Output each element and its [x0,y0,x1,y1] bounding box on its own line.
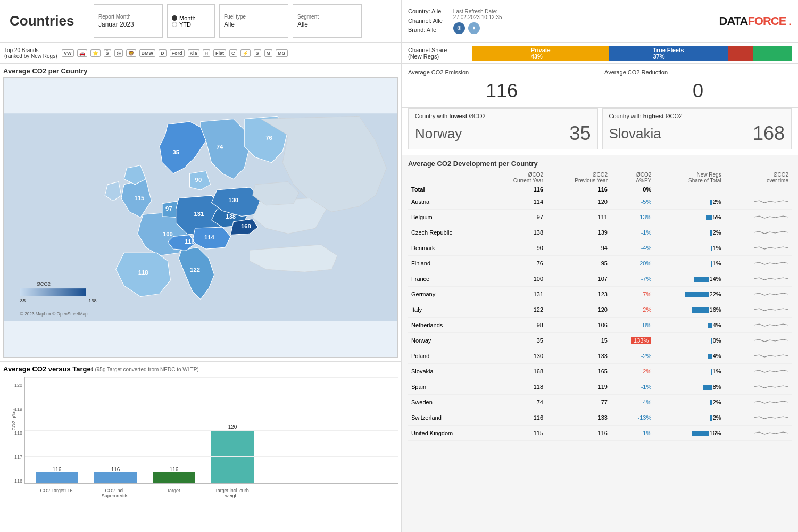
ytd-radio-button[interactable] [172,22,177,27]
total-spark [725,185,792,194]
row-current: 116 [487,410,546,426]
row-current: 100 [487,271,546,287]
row-current: 122 [487,302,546,318]
table-row: Slovakia 168 165 2% 1% [408,364,792,379]
y-axis-label: CO2 g/km [11,409,16,431]
row-previous: 120 [546,302,611,318]
svg-text:97: 97 [165,205,172,212]
row-spark [725,194,792,210]
period-selector[interactable]: Month YTD [167,4,215,38]
ytd-radio[interactable]: YTD [172,21,210,28]
brand-mazda: M [264,49,273,57]
row-share: 0% [654,333,724,348]
row-delta: -1% [611,225,654,240]
row-name: France [408,271,487,287]
row-spark [725,302,792,318]
row-delta: -7% [611,271,654,287]
row-share: 4% [654,348,724,364]
brand-filter: Brand: Alle [408,26,443,35]
bar-target: 116 [153,467,195,483]
fuel-type-filter[interactable]: Fuel type Alle [219,4,288,38]
sparkline-3 [754,242,788,253]
row-delta: 7% [611,287,654,302]
country-boxes: Country with lowest ØCO2 Norway 35 Count… [402,108,798,155]
table-row: Sweden 74 77 -4% 2% [408,395,792,410]
svg-text:35: 35 [172,149,179,155]
row-current: 131 [487,287,546,302]
table-body: Total 116 116 0% Austria 114 120 -5% 2% … [408,185,792,441]
row-spark [725,256,792,271]
svg-text:114: 114 [204,234,215,240]
month-radio-button[interactable] [172,15,177,21]
table-row: Poland 130 133 -2% 4% [408,348,792,364]
month-label: Month [179,15,196,21]
row-share: 5% [654,210,724,225]
row-name: Norway [408,333,487,348]
row-spark [725,395,792,410]
highest-country-value: Slovakia 168 [609,122,785,145]
row-previous: 116 [546,426,611,441]
row-spark [725,364,792,379]
chart-section: Average CO2 versus Target (95g Target co… [0,362,401,532]
month-radio[interactable]: Month [172,15,210,21]
table-row: Germany 131 123 7% 22% [408,287,792,302]
true-fleets-bar: True Fleets 37% [609,46,727,61]
sparkline-9 [754,334,788,346]
brand-seat: S [254,49,261,57]
row-previous: 77 [546,395,611,410]
row-previous: 120 [546,194,611,210]
bar-target-curb-fill [211,430,254,483]
sparkline-13 [754,396,788,408]
bar-supercredits-fill [94,472,137,483]
row-spark [725,225,792,240]
segment-filter[interactable]: Segment Alle [293,4,362,38]
sparkline-11 [754,365,788,377]
report-month-filter[interactable]: Report Month Januar 2023 [94,4,163,38]
bar-target-fill [153,472,195,483]
brand-vw: VW [62,49,74,57]
sparkline-7 [754,303,788,315]
fuel-type-value: Alle [224,21,284,28]
row-current: 168 [487,364,546,379]
data-table: ØCO2Current Year ØCO2Previous Year ØCO2Δ… [408,171,792,441]
total-share [654,185,724,194]
brand-toyota: 🚗 [77,49,87,57]
row-share: 22% [654,287,724,302]
brand-ford: Ford [170,49,185,57]
row-spark [725,271,792,287]
co2-reduction-value: 0 [604,80,792,102]
row-name: Poland [408,348,487,364]
row-spark [725,410,792,426]
sparkline-15 [754,427,788,438]
map-container[interactable]: 35 74 76 90 115 97 131 130 138 168 114 1… [3,77,398,358]
row-delta: -1% [611,379,654,395]
row-previous: 165 [546,364,611,379]
svg-text:115: 115 [134,195,144,201]
co2-emission-label: Average CO2 Emission [408,69,595,76]
row-share: 2% [654,194,724,210]
svg-text:138: 138 [226,213,236,220]
brands-bar: Top 20 Brands (ranked by New Regs) VW 🚗 … [0,43,401,64]
svg-rect-16 [20,288,86,296]
row-name: United Kingdom [408,426,487,441]
row-share: 1% [654,256,724,271]
row-share: 1% [654,364,724,379]
row-delta: -20% [611,256,654,271]
row-current: 98 [487,318,546,333]
total-delta: 0% [611,185,654,194]
row-spark [725,210,792,225]
row-delta: 2% [611,302,654,318]
row-share: 2% [654,225,724,240]
svg-text:122: 122 [190,267,200,273]
fuel-type-label: Fuel type [224,14,284,20]
highest-country-name: Slovakia [609,126,661,142]
sparkline-8 [754,319,788,330]
table-row: United Kingdom 115 116 -1% 16% [408,426,792,441]
lowest-country-box: Country with lowest ØCO2 Norway 35 [408,108,598,149]
col-delta: ØCO2Δ%PY [611,171,654,185]
col-country [408,171,487,185]
stats-section: Average CO2 Emission 116 Average CO2 Red… [402,64,798,108]
svg-text:ØCO2: ØCO2 [37,281,51,287]
sparkline-2 [754,226,788,238]
table-row: Belgium 97 111 -13% 5% [408,210,792,225]
